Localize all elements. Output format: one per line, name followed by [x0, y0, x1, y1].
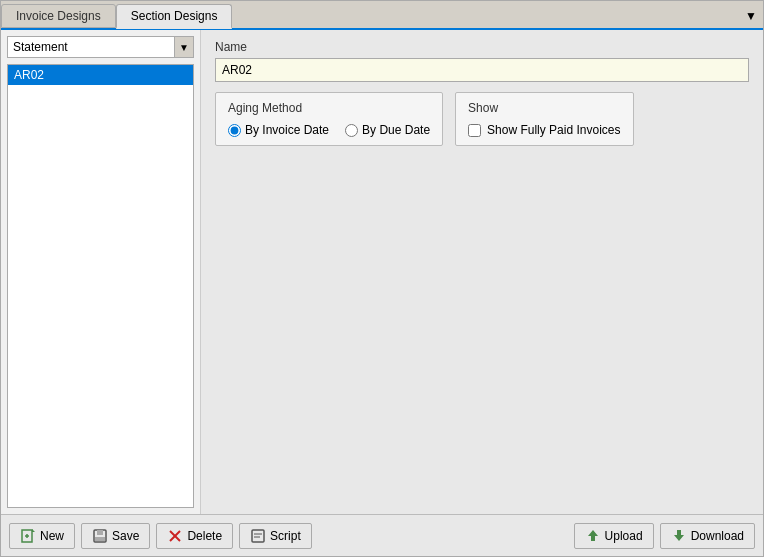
tab-bar: Invoice Designs Section Designs ▼	[1, 1, 763, 30]
radio-by-due-date-input[interactable]	[345, 124, 358, 137]
delete-icon	[167, 528, 183, 544]
radio-by-invoice-date-input[interactable]	[228, 124, 241, 137]
delete-icon-svg	[167, 528, 183, 544]
aging-method-radio-group: By Invoice Date By Due Date	[228, 123, 430, 137]
download-button[interactable]: Download	[660, 523, 755, 549]
show-fully-paid-checkbox-label[interactable]: Show Fully Paid Invoices	[468, 123, 620, 137]
download-icon	[671, 528, 687, 544]
name-field-group: Name	[215, 40, 749, 82]
svg-rect-9	[252, 530, 264, 542]
right-panel: Name Aging Method By Invoice Date By Du	[201, 30, 763, 514]
svg-marker-13	[674, 530, 684, 541]
designs-list[interactable]: AR02	[7, 64, 194, 508]
script-button[interactable]: Script	[239, 523, 312, 549]
bottom-toolbar: New Save Delete	[1, 514, 763, 556]
options-row: Aging Method By Invoice Date By Due Date	[215, 92, 749, 146]
name-label: Name	[215, 40, 749, 54]
new-icon	[20, 528, 36, 544]
script-icon-svg	[250, 528, 266, 544]
show-title: Show	[468, 101, 620, 115]
main-container: Invoice Designs Section Designs ▼ Statem…	[0, 0, 764, 557]
svg-rect-6	[95, 537, 105, 541]
upload-button[interactable]: Upload	[574, 523, 654, 549]
svg-marker-3	[32, 529, 35, 532]
tab-dropdown-button[interactable]: ▼	[739, 7, 763, 25]
radio-by-invoice-date[interactable]: By Invoice Date	[228, 123, 329, 137]
download-icon-svg	[671, 528, 687, 544]
new-button[interactable]: New	[9, 523, 75, 549]
left-panel: Statement Invoice Credit Note ▼ AR02	[1, 30, 201, 514]
type-select-wrapper: Statement Invoice Credit Note ▼	[7, 36, 194, 58]
upload-icon-svg	[585, 528, 601, 544]
name-input[interactable]	[215, 58, 749, 82]
save-icon-svg	[92, 528, 108, 544]
show-box: Show Show Fully Paid Invoices	[455, 92, 633, 146]
delete-button[interactable]: Delete	[156, 523, 233, 549]
show-fully-paid-checkbox[interactable]	[468, 124, 481, 137]
upload-icon	[585, 528, 601, 544]
type-select[interactable]: Statement Invoice Credit Note	[7, 36, 194, 58]
aging-method-title: Aging Method	[228, 101, 430, 115]
tab-invoice-designs[interactable]: Invoice Designs	[1, 4, 116, 28]
svg-marker-12	[588, 530, 598, 541]
save-icon	[92, 528, 108, 544]
content-area: Statement Invoice Credit Note ▼ AR02 Nam…	[1, 30, 763, 514]
aging-method-box: Aging Method By Invoice Date By Due Date	[215, 92, 443, 146]
tab-section-designs[interactable]: Section Designs	[116, 4, 233, 29]
save-button[interactable]: Save	[81, 523, 150, 549]
script-icon	[250, 528, 266, 544]
svg-rect-5	[97, 530, 103, 535]
list-item[interactable]: AR02	[8, 65, 193, 85]
radio-by-due-date[interactable]: By Due Date	[345, 123, 430, 137]
new-icon-svg	[20, 528, 36, 544]
